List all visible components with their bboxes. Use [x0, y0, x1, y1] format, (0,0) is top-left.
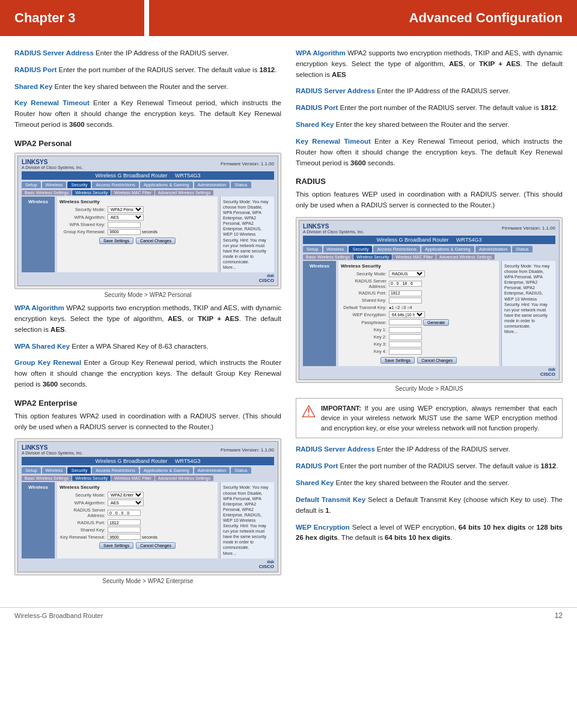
- radius-server-input-3[interactable]: [389, 281, 422, 287]
- tab-admin-3[interactable]: Administration: [475, 246, 511, 252]
- security-mode-select-3[interactable]: RADIUS: [389, 271, 425, 277]
- radius-port-input-2[interactable]: [108, 519, 141, 525]
- tab-applications-2[interactable]: Applications & Gaming: [140, 467, 193, 474]
- form-row-security-mode-3: Security Mode: RADIUS: [341, 271, 496, 277]
- security-mode-select[interactable]: WPA2 Personal: [108, 206, 144, 213]
- subtab-wireless-security-3[interactable]: Wireless Security: [353, 254, 392, 260]
- tab-setup-2[interactable]: Setup: [22, 467, 41, 474]
- wpa2-personal-title: WPA2 Personal: [14, 139, 281, 148]
- tab-applications[interactable]: Applications & Gaming: [140, 182, 193, 188]
- term-radius-address: RADIUS Server Address: [14, 49, 94, 57]
- screenshot-body-2: Wireless Wireless Security Security Mode…: [22, 482, 274, 558]
- radius-port-input-3[interactable]: [389, 290, 422, 296]
- shared-key-input-2[interactable]: [108, 527, 141, 533]
- footer-page-number: 12: [555, 611, 563, 620]
- warning-text: IMPORTANT: If you are using WEP encrypti…: [321, 403, 557, 433]
- tab-security[interactable]: Security: [67, 182, 91, 188]
- warning-important: IMPORTANT:: [321, 405, 361, 412]
- para-r2-shared-key: Shared Key Enter the key shared between …: [296, 478, 563, 489]
- wireless-security-label: Wireless Security: [60, 199, 215, 204]
- subtab-wireless-security[interactable]: Wireless Security: [72, 190, 111, 195]
- tab-applications-3[interactable]: Applications & Gaming: [421, 246, 474, 252]
- screenshot-wpa2-enterprise: LINKSYS A Division of Cisco Systems, Inc…: [14, 438, 281, 575]
- subtab-advanced-3[interactable]: Advanced Wireless Settings: [436, 254, 495, 260]
- tab-security-3[interactable]: Security: [349, 246, 372, 252]
- tab-setup-3[interactable]: Setup: [303, 246, 322, 252]
- form-row-security-mode-2: Security Mode: WPA2 Enterprise: [60, 492, 215, 498]
- subtab-wireless-mac-2[interactable]: Wireless MAC Filter: [111, 476, 154, 481]
- tab-security-2[interactable]: Security: [67, 467, 91, 474]
- key2-input[interactable]: [389, 334, 422, 340]
- key4-input[interactable]: [389, 349, 422, 355]
- wep-encryption-select[interactable]: 64 bits (10 hex digits): [389, 311, 425, 318]
- screenshot-wpa2-personal: LINKSYS A Division of Cisco Systems, Inc…: [14, 153, 281, 289]
- cancel-changes-btn-3[interactable]: Cancel Changes: [417, 357, 457, 364]
- subtab-advanced-2[interactable]: Advanced Wireless Settings: [155, 476, 213, 481]
- subtab-basic-2[interactable]: Basic Wireless Settings: [22, 476, 72, 481]
- tab-wireless-3[interactable]: Wireless: [323, 246, 348, 252]
- para-radius-desc: This option features WEP used in coordin…: [296, 189, 563, 211]
- subtab-wireless-mac-3[interactable]: Wireless MAC Filter: [392, 254, 436, 260]
- form-row-key2: Key 2:: [341, 334, 496, 340]
- key1-input[interactable]: [389, 327, 422, 333]
- screenshot-main-2: Wireless Security Security Mode: WPA2 En…: [57, 482, 218, 558]
- term-r2-shared-key: Shared Key: [296, 479, 334, 486]
- subtab-basic-3[interactable]: Basic Wireless Settings: [303, 254, 353, 260]
- generate-btn[interactable]: Generate: [423, 319, 449, 326]
- key-renewal-input-2[interactable]: [108, 534, 141, 540]
- screenshot-sidebar-2: Wireless: [22, 482, 55, 558]
- chapter-text: Chapter 3: [14, 10, 75, 26]
- cancel-changes-btn-1[interactable]: Cancel Changes: [136, 237, 176, 244]
- term-key-renewal: Key Renewal Timeout: [14, 99, 90, 106]
- security-mode-select-2[interactable]: WPA2 Enterprise: [108, 492, 144, 498]
- footer-product-name: Wireless-G Broadband Router: [14, 612, 103, 619]
- tab-setup[interactable]: Setup: [22, 182, 41, 188]
- save-settings-btn-2[interactable]: Save Settings: [99, 542, 133, 549]
- tab-wireless-2[interactable]: Wireless: [42, 467, 67, 474]
- firmware-label-1: Firmware Version: 1.1.00: [221, 161, 274, 167]
- cancel-changes-btn-2[interactable]: Cancel Changes: [136, 542, 176, 549]
- tab-wireless[interactable]: Wireless: [42, 182, 67, 188]
- para-r-key-renewal: Key Renewal Timeout Enter a Key Renewal …: [296, 136, 563, 168]
- form-row-wep-enc: WEP Encryption: 64 bits (10 hex digits): [341, 311, 496, 318]
- right-column: WPA Algorithm WPA2 supports two encrypti…: [296, 48, 563, 589]
- cisco-logo-2: ılıılıCISCO: [22, 560, 274, 569]
- main-content: RADIUS Server Address Enter the IP Addre…: [0, 48, 577, 601]
- subtab-advanced[interactable]: Advanced Wireless Settings: [155, 190, 213, 195]
- btn-row-1: Save Settings Cancel Changes: [60, 237, 215, 244]
- shared-key-input-1[interactable]: [108, 222, 141, 228]
- tab-admin[interactable]: Administration: [194, 182, 230, 188]
- shared-key-input-3[interactable]: [389, 298, 422, 304]
- screenshot-main-1: Wireless Security Security Mode: WPA2 Pe…: [57, 197, 218, 272]
- nav-tabs-2: Setup Wireless Security Access Restricti…: [22, 467, 274, 474]
- caption-1: Security Mode > WPA2 Personal: [14, 292, 281, 298]
- left-column: RADIUS Server Address Enter the IP Addre…: [14, 48, 281, 589]
- screenshot-header-1: LINKSYS A Division of Cisco Systems, Inc…: [22, 159, 274, 170]
- tab-status-3[interactable]: Status: [512, 246, 532, 252]
- save-settings-btn-3[interactable]: Save Settings: [380, 357, 415, 364]
- tab-access-3[interactable]: Access Restrictions: [373, 246, 420, 252]
- form-row-radius-port-3: RADIUS Port:: [341, 290, 496, 296]
- tab-admin-2[interactable]: Administration: [194, 467, 230, 474]
- wpa2-enterprise-title: WPA2 Enterprise: [14, 399, 281, 408]
- term-r2-radius-address: RADIUS Server Address: [296, 445, 375, 453]
- tab-access-2[interactable]: Access Restrictions: [92, 467, 138, 474]
- tab-status-2[interactable]: Status: [231, 467, 251, 474]
- term-radius-port: RADIUS Port: [14, 66, 56, 73]
- wpa-algorithm-select-1[interactable]: AES: [108, 214, 144, 221]
- key3-input[interactable]: [389, 341, 422, 347]
- tab-access[interactable]: Access Restrictions: [92, 182, 138, 188]
- save-settings-btn-1[interactable]: Save Settings: [99, 237, 133, 244]
- subtab-basic[interactable]: Basic Wireless Settings: [22, 190, 72, 195]
- screenshot-header-2: LINKSYS A Division of Cisco Systems, Inc…: [22, 444, 274, 455]
- sub-nav-3: Basic Wireless Settings Wireless Securit…: [303, 254, 555, 260]
- wpa-algorithm-select-2[interactable]: AES: [108, 500, 144, 506]
- tab-status[interactable]: Status: [231, 182, 251, 188]
- subtab-wireless-security-2[interactable]: Wireless Security: [72, 476, 111, 481]
- radius-server-input-2[interactable]: [108, 510, 141, 516]
- term-wpa-algorithm: WPA Algorithm: [14, 304, 64, 311]
- page-header: Chapter 3 Advanced Configuration: [0, 0, 577, 36]
- subtab-wireless-mac[interactable]: Wireless MAC Filter: [111, 190, 154, 195]
- group-renewal-input-1[interactable]: [108, 229, 141, 235]
- passphrase-input[interactable]: [389, 319, 422, 325]
